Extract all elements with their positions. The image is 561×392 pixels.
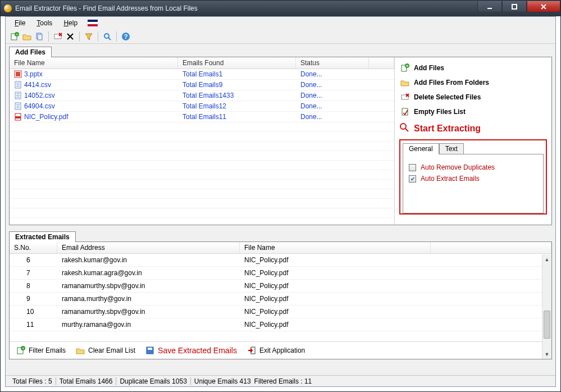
- tab-add-files[interactable]: Add Files: [9, 47, 52, 57]
- table-row[interactable]: 6rakesh.kumar@gov.inNIC_Policy.pdf: [10, 254, 551, 267]
- file-type-icon: [14, 92, 22, 99]
- tab-general[interactable]: General: [403, 143, 439, 154]
- emails-found-cell: Total Emails12: [178, 101, 296, 111]
- side-delete-selected[interactable]: Delete Selected Files: [399, 90, 547, 104]
- file-cell: NIC_Policy.pdf: [240, 318, 431, 331]
- col-sno[interactable]: S.No.: [10, 242, 57, 253]
- toolbar-add-files-icon[interactable]: +: [9, 31, 20, 42]
- menu-help[interactable]: Help: [59, 18, 82, 28]
- emails-grid-header: S.No. Email Address File Name: [10, 242, 551, 254]
- table-row[interactable]: 10ramanamurthy.sbpv@gov.inNIC_Policy.pdf: [10, 306, 551, 318]
- status-total-files: Total Files : 5: [9, 377, 56, 385]
- side-add-folders-label: Add Files From Folders: [414, 79, 489, 86]
- table-row[interactable]: 8ramanamurthy.sbpv@gov.inNIC_Policy.pdf: [10, 280, 551, 293]
- filter-icon: +: [16, 346, 25, 355]
- svg-text:+: +: [22, 346, 25, 351]
- email-cell: rakesh.kumar@gov.in: [57, 254, 240, 266]
- opt-auto-extract[interactable]: ✔ Auto Extract Emails: [409, 175, 537, 183]
- email-cell: ramanamurthy.sbpv@gov.in: [57, 306, 240, 318]
- file-type-icon: [14, 70, 22, 78]
- table-row[interactable]: 9ramana.murthy@gov.inNIC_Policy.pdf: [10, 293, 551, 306]
- col-emails-found[interactable]: Emails Found: [178, 57, 296, 69]
- save-extracted-emails-button[interactable]: Save Extracted Emails: [142, 345, 240, 356]
- svg-rect-33: [15, 116, 21, 118]
- search-icon: [399, 122, 409, 135]
- vertical-scrollbar[interactable]: ▲ ▼: [542, 254, 551, 359]
- toolbar-separator: [48, 31, 49, 42]
- files-grid: File Name Emails Found Status 3.pptxTota…: [10, 57, 394, 225]
- col-spacer: [431, 242, 551, 253]
- save-icon: [145, 346, 154, 355]
- table-row[interactable]: 64904.csvTotal Emails12Done...: [10, 101, 394, 112]
- toolbar-help-icon[interactable]: ?: [120, 31, 131, 42]
- lang-flag-icon[interactable]: [88, 20, 98, 26]
- file-name-cell: NIC_Policy.pdf: [24, 113, 68, 121]
- toolbar-add-folder-icon[interactable]: [21, 31, 33, 42]
- col-file-name[interactable]: File Name: [240, 242, 431, 253]
- toolbar-filter-icon[interactable]: [83, 31, 94, 42]
- client-area: File Tools Help + ? Add Files: [5, 16, 556, 387]
- email-cell: murthy.ramana@gov.in: [57, 318, 240, 331]
- toolbar-copy-icon[interactable]: [34, 31, 45, 42]
- tab-text[interactable]: Text: [439, 143, 464, 154]
- clear-email-list-button[interactable]: Clear Email List: [72, 345, 139, 356]
- files-grid-body[interactable]: 3.pptxTotal Emails1Done...4414.csvTotal …: [10, 69, 394, 225]
- empty-row: [10, 189, 394, 199]
- emails-found-cell: Total Emails11: [178, 112, 296, 122]
- file-cell: NIC_Policy.pdf: [240, 293, 431, 305]
- menubar: File Tools Help: [6, 17, 555, 29]
- side-add-files[interactable]: + Add Files: [399, 61, 547, 75]
- titlebar[interactable]: Email Extractor Files - Find Email Addre…: [1, 1, 560, 16]
- app-icon: [4, 4, 12, 12]
- scroll-thumb[interactable]: [544, 311, 550, 339]
- col-email[interactable]: Email Address: [57, 242, 240, 253]
- exit-application-button[interactable]: Exit Application: [244, 345, 308, 356]
- table-row[interactable]: 3.pptxTotal Emails1Done...: [10, 69, 394, 80]
- col-spacer: [369, 57, 394, 69]
- side-empty-list-label: Empty Files List: [414, 108, 466, 116]
- scroll-up-icon[interactable]: ▲: [542, 254, 551, 264]
- table-row[interactable]: 14052.csvTotal Emails1433Done...: [10, 90, 394, 101]
- scroll-down-icon[interactable]: ▼: [542, 349, 551, 359]
- filter-emails-label: Filter Emails: [29, 347, 66, 354]
- side-empty-list[interactable]: Empty Files List: [399, 104, 547, 119]
- file-cell: NIC_Policy.pdf: [240, 267, 431, 279]
- empty-row: [10, 199, 394, 208]
- empty-row: [10, 122, 394, 132]
- start-extracting-label: Start Extracting: [414, 124, 481, 134]
- table-row[interactable]: NIC_Policy.pdfTotal Emails11Done...: [10, 112, 394, 122]
- empty-row: [10, 208, 394, 218]
- filter-emails-button[interactable]: + Filter Emails: [13, 345, 69, 356]
- window-controls: [477, 1, 560, 12]
- side-add-folders[interactable]: Add Files From Folders: [399, 75, 547, 90]
- toolbar-delete-selected-icon[interactable]: [52, 31, 63, 42]
- col-file-name[interactable]: File Name: [10, 57, 178, 69]
- sno-cell: 7: [10, 267, 57, 279]
- maximize-button[interactable]: [502, 1, 527, 12]
- menu-file[interactable]: File: [10, 18, 30, 28]
- toolbar-search-icon[interactable]: [102, 31, 113, 42]
- svg-rect-19: [16, 72, 20, 76]
- file-type-icon: [14, 113, 22, 121]
- col-status[interactable]: Status: [296, 57, 369, 69]
- opt-remove-duplicates[interactable]: Auto Remove Duplicates: [409, 163, 537, 171]
- start-extracting-button[interactable]: Start Extracting: [399, 122, 547, 135]
- table-row[interactable]: 7rakesh.kumar.agra@gov.inNIC_Policy.pdf: [10, 267, 551, 280]
- tab-extracted-emails[interactable]: Extracted Emails: [9, 231, 76, 242]
- menu-tools[interactable]: Tools: [32, 18, 57, 28]
- status-cell: Done...: [296, 90, 369, 101]
- table-row[interactable]: 4414.csvTotal Emails9Done...: [10, 80, 394, 90]
- toolbar: + ?: [6, 29, 555, 44]
- opt-auto-extract-label: Auto Extract Emails: [421, 175, 480, 183]
- sno-cell: 9: [10, 293, 57, 305]
- add-folder-icon: [400, 78, 409, 87]
- toolbar-separator: [79, 31, 80, 42]
- minimize-button[interactable]: [477, 1, 502, 12]
- exit-application-label: Exit Application: [259, 347, 305, 354]
- table-row[interactable]: 11murthy.ramana@gov.inNIC_Policy.pdf: [10, 318, 551, 331]
- close-button[interactable]: [527, 1, 560, 12]
- empty-row: [10, 218, 394, 225]
- emails-grid-body[interactable]: 6rakesh.kumar@gov.inNIC_Policy.pdf7rakes…: [10, 254, 551, 341]
- empty-row: [10, 170, 394, 180]
- toolbar-delete-icon[interactable]: [65, 31, 76, 42]
